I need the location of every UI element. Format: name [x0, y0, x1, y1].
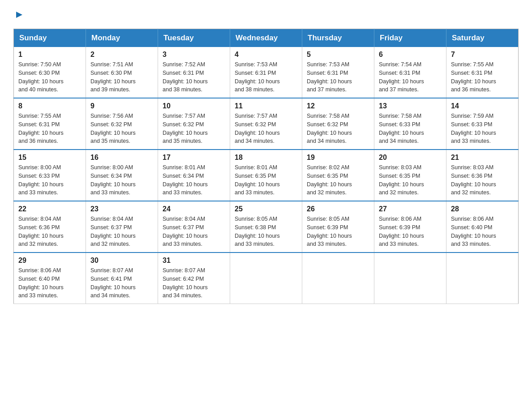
day-info: Sunrise: 8:06 AMSunset: 6:40 PMDaylight:…	[451, 215, 514, 248]
day-cell-10: 10Sunrise: 7:57 AMSunset: 6:32 PMDayligh…	[158, 98, 230, 150]
day-number: 3	[163, 51, 225, 59]
day-number: 6	[379, 51, 442, 59]
day-number: 19	[307, 154, 369, 162]
week-row-2: 8Sunrise: 7:55 AMSunset: 6:31 PMDaylight…	[14, 98, 519, 150]
day-cell-22: 22Sunrise: 8:04 AMSunset: 6:36 PMDayligh…	[14, 201, 86, 253]
day-cell-2: 2Sunrise: 7:51 AMSunset: 6:30 PMDaylight…	[86, 47, 158, 98]
day-number: 20	[379, 154, 442, 162]
day-info: Sunrise: 8:07 AMSunset: 6:42 PMDaylight:…	[163, 266, 225, 300]
day-cell-24: 24Sunrise: 8:04 AMSunset: 6:37 PMDayligh…	[158, 201, 230, 253]
day-info: Sunrise: 7:53 AMSunset: 6:31 PMDaylight:…	[307, 60, 369, 94]
day-cell-4: 4Sunrise: 7:53 AMSunset: 6:31 PMDaylight…	[230, 47, 302, 98]
day-cell-6: 6Sunrise: 7:54 AMSunset: 6:31 PMDaylight…	[374, 47, 446, 98]
day-cell-16: 16Sunrise: 8:00 AMSunset: 6:34 PMDayligh…	[86, 150, 158, 201]
day-info: Sunrise: 8:06 AMSunset: 6:40 PMDaylight:…	[18, 266, 81, 300]
header-cell-wednesday: Wednesday	[230, 29, 302, 47]
day-info: Sunrise: 8:03 AMSunset: 6:36 PMDaylight:…	[451, 163, 514, 197]
day-info: Sunrise: 8:04 AMSunset: 6:36 PMDaylight:…	[18, 215, 81, 248]
header-cell-tuesday: Tuesday	[158, 29, 230, 47]
day-number: 12	[307, 102, 369, 110]
day-number: 17	[163, 154, 225, 162]
day-info: Sunrise: 8:04 AMSunset: 6:37 PMDaylight:…	[90, 215, 153, 248]
day-info: Sunrise: 7:50 AMSunset: 6:30 PMDaylight:…	[18, 60, 81, 94]
day-cell-25: 25Sunrise: 8:05 AMSunset: 6:38 PMDayligh…	[230, 201, 302, 253]
day-number: 24	[163, 205, 225, 213]
day-info: Sunrise: 8:03 AMSunset: 6:35 PMDaylight:…	[379, 163, 442, 197]
day-cell-5: 5Sunrise: 7:53 AMSunset: 6:31 PMDaylight…	[302, 47, 374, 98]
day-cell-21: 21Sunrise: 8:03 AMSunset: 6:36 PMDayligh…	[446, 150, 519, 201]
day-cell-14: 14Sunrise: 7:59 AMSunset: 6:33 PMDayligh…	[446, 98, 519, 150]
day-cell-27: 27Sunrise: 8:06 AMSunset: 6:39 PMDayligh…	[374, 201, 446, 253]
day-info: Sunrise: 8:04 AMSunset: 6:37 PMDaylight:…	[163, 215, 225, 248]
day-number: 22	[18, 205, 81, 213]
day-cell-20: 20Sunrise: 8:03 AMSunset: 6:35 PMDayligh…	[374, 150, 446, 201]
day-info: Sunrise: 7:51 AMSunset: 6:30 PMDaylight:…	[90, 60, 153, 94]
day-info: Sunrise: 7:58 AMSunset: 6:33 PMDaylight:…	[379, 112, 442, 146]
day-number: 15	[18, 154, 81, 162]
week-row-5: 29Sunrise: 8:06 AMSunset: 6:40 PMDayligh…	[14, 253, 519, 304]
day-cell-15: 15Sunrise: 8:00 AMSunset: 6:33 PMDayligh…	[14, 150, 86, 201]
day-cell-1: 1Sunrise: 7:50 AMSunset: 6:30 PMDaylight…	[14, 47, 86, 98]
header-cell-saturday: Saturday	[446, 29, 519, 47]
header-cell-thursday: Thursday	[302, 29, 374, 47]
day-number: 4	[235, 51, 297, 59]
day-info: Sunrise: 7:55 AMSunset: 6:31 PMDaylight:…	[451, 60, 514, 94]
empty-cell	[374, 253, 446, 304]
day-number: 16	[90, 154, 153, 162]
day-cell-12: 12Sunrise: 7:58 AMSunset: 6:32 PMDayligh…	[302, 98, 374, 150]
header-cell-monday: Monday	[86, 29, 158, 47]
week-row-1: 1Sunrise: 7:50 AMSunset: 6:30 PMDaylight…	[14, 47, 519, 98]
day-cell-3: 3Sunrise: 7:52 AMSunset: 6:31 PMDaylight…	[158, 47, 230, 98]
day-cell-11: 11Sunrise: 7:57 AMSunset: 6:32 PMDayligh…	[230, 98, 302, 150]
logo	[13, 9, 24, 20]
day-info: Sunrise: 8:01 AMSunset: 6:35 PMDaylight:…	[235, 163, 297, 197]
day-info: Sunrise: 8:00 AMSunset: 6:33 PMDaylight:…	[18, 163, 81, 197]
day-cell-19: 19Sunrise: 8:02 AMSunset: 6:35 PMDayligh…	[302, 150, 374, 201]
day-info: Sunrise: 7:55 AMSunset: 6:31 PMDaylight:…	[18, 112, 81, 146]
day-info: Sunrise: 7:59 AMSunset: 6:33 PMDaylight:…	[451, 112, 514, 146]
day-info: Sunrise: 8:01 AMSunset: 6:34 PMDaylight:…	[163, 163, 225, 197]
day-number: 26	[307, 205, 369, 213]
day-info: Sunrise: 8:05 AMSunset: 6:38 PMDaylight:…	[235, 215, 297, 248]
week-row-3: 15Sunrise: 8:00 AMSunset: 6:33 PMDayligh…	[14, 150, 519, 201]
day-cell-7: 7Sunrise: 7:55 AMSunset: 6:31 PMDaylight…	[446, 47, 519, 98]
day-cell-31: 31Sunrise: 8:07 AMSunset: 6:42 PMDayligh…	[158, 253, 230, 304]
page-header	[13, 9, 519, 20]
day-number: 18	[235, 154, 297, 162]
header-cell-sunday: Sunday	[14, 29, 86, 47]
empty-cell	[302, 253, 374, 304]
day-number: 28	[451, 205, 514, 213]
day-number: 8	[18, 102, 81, 110]
logo-arrow-icon	[14, 10, 24, 20]
day-number: 14	[451, 102, 514, 110]
day-info: Sunrise: 8:05 AMSunset: 6:39 PMDaylight:…	[307, 215, 369, 248]
day-number: 29	[18, 257, 81, 265]
day-info: Sunrise: 8:00 AMSunset: 6:34 PMDaylight:…	[90, 163, 153, 197]
day-cell-8: 8Sunrise: 7:55 AMSunset: 6:31 PMDaylight…	[14, 98, 86, 150]
day-info: Sunrise: 8:02 AMSunset: 6:35 PMDaylight:…	[307, 163, 369, 197]
day-number: 5	[307, 51, 369, 59]
day-info: Sunrise: 7:58 AMSunset: 6:32 PMDaylight:…	[307, 112, 369, 146]
day-cell-17: 17Sunrise: 8:01 AMSunset: 6:34 PMDayligh…	[158, 150, 230, 201]
calendar-header: SundayMondayTuesdayWednesdayThursdayFrid…	[14, 29, 519, 47]
week-row-4: 22Sunrise: 8:04 AMSunset: 6:36 PMDayligh…	[14, 201, 519, 253]
day-number: 9	[90, 102, 153, 110]
day-number: 23	[90, 205, 153, 213]
day-info: Sunrise: 8:07 AMSunset: 6:41 PMDaylight:…	[90, 266, 153, 300]
day-info: Sunrise: 7:57 AMSunset: 6:32 PMDaylight:…	[163, 112, 225, 146]
day-number: 13	[379, 102, 442, 110]
day-info: Sunrise: 7:53 AMSunset: 6:31 PMDaylight:…	[235, 60, 297, 94]
day-number: 31	[163, 257, 225, 265]
day-info: Sunrise: 7:57 AMSunset: 6:32 PMDaylight:…	[235, 112, 297, 146]
day-number: 11	[235, 102, 297, 110]
day-number: 30	[90, 257, 153, 265]
header-row: SundayMondayTuesdayWednesdayThursdayFrid…	[14, 29, 519, 47]
day-cell-23: 23Sunrise: 8:04 AMSunset: 6:37 PMDayligh…	[86, 201, 158, 253]
day-number: 7	[451, 51, 514, 59]
day-number: 2	[90, 51, 153, 59]
day-number: 10	[163, 102, 225, 110]
day-cell-30: 30Sunrise: 8:07 AMSunset: 6:41 PMDayligh…	[86, 253, 158, 304]
day-number: 25	[235, 205, 297, 213]
day-cell-9: 9Sunrise: 7:56 AMSunset: 6:32 PMDaylight…	[86, 98, 158, 150]
day-cell-28: 28Sunrise: 8:06 AMSunset: 6:40 PMDayligh…	[446, 201, 519, 253]
